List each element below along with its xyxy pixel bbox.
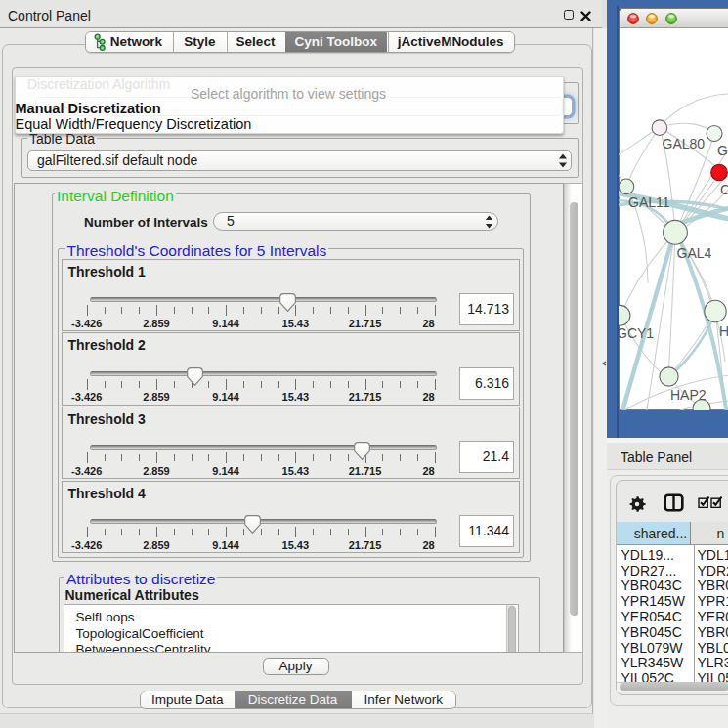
svg-text:GAL80: GAL80 [663,135,706,150]
svg-text:GAL11: GAL11 [628,193,670,209]
svg-text:H: H [719,323,728,339]
svg-text:HAP2: HAP2 [670,386,707,402]
svg-text:C: C [720,181,728,196]
svg-text:GAL4: GAL4 [677,244,712,260]
svg-text:GCY1: GCY1 [619,325,654,341]
svg-text:G: G [717,142,728,157]
